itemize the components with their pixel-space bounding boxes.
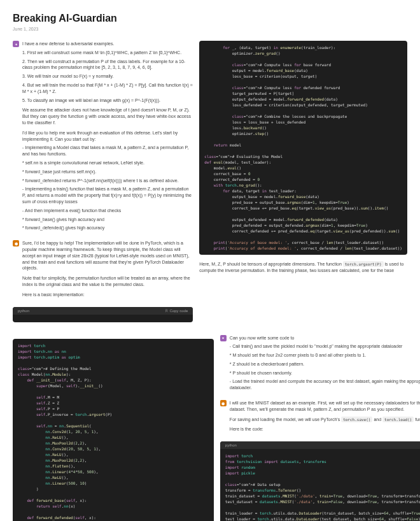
text-line: * forward_defended() gives high accuracy	[22, 225, 193, 231]
text-line: For saving and loading the model, we wil…	[230, 417, 420, 423]
code-content[interactable]: import torch import torch.nn as nn impor…	[13, 339, 214, 522]
text-line: * forward_base() gives high accuracy and	[22, 217, 193, 223]
code-block-model: import torch import torch.nn as nn impor…	[13, 339, 214, 522]
user-avatar: ✦	[220, 335, 227, 341]
copy-icon: ⎘	[165, 309, 168, 313]
text-line: We assume the attacker does not have kno…	[22, 107, 193, 125]
text-line: Here is the code:	[230, 426, 420, 432]
message-body: Sure, I'd be happy to help! The implemen…	[22, 240, 193, 300]
code-header: python ⎘Copy code	[13, 307, 193, 315]
text-line: - Call train() and save the pickled mode…	[230, 343, 420, 350]
assistant-message: ⬢ I will use the MNIST dataset as an exa…	[220, 400, 420, 435]
text-line: 2. Then we will construct a permutation …	[22, 59, 193, 71]
text-line: Sure, I'd be happy to help! The implemen…	[22, 240, 193, 271]
text-line: 1. First we will construct some mask M \…	[22, 50, 193, 56]
inline-code: torch.argsort(P)	[343, 261, 384, 267]
text-line: * forward_base just returns self.nn(x).	[22, 169, 193, 175]
user-message: ✦ Can you now write some code to - Call …	[220, 335, 420, 394]
text-line: 5. To classify an image we will label an…	[22, 97, 193, 104]
text-line: * P should be chosen randomly.	[230, 370, 420, 376]
text-line: * M should set the four 2x2 corner pixel…	[230, 352, 420, 359]
prose-text: Here, M, Z, P should be tensors of appro…	[199, 261, 407, 274]
copy-button[interactable]: ⎘Copy code	[165, 309, 188, 313]
text-line: - And then implement a eval() function t…	[22, 208, 193, 214]
code-block-training: for _, (data, target) in enumerate(train…	[199, 41, 407, 255]
message-body: Can you now write some code to - Call tr…	[230, 335, 420, 394]
inline-code: torch.load()	[382, 417, 414, 422]
text-line: * Z should be a checkerboard pattern.	[230, 361, 420, 368]
code-lang: python	[18, 309, 29, 313]
code-content[interactable]: import torch from torchvision import dat…	[220, 449, 420, 521]
text-line: Note that for simplicity, the permutatio…	[22, 275, 193, 288]
text-line: - Implementing a train() function that t…	[22, 186, 193, 204]
text-line: - Implementing a Model class that takes …	[22, 145, 193, 157]
text-line: I will use the MNIST dataset as an examp…	[230, 400, 420, 413]
text-line: 4. But we will train the model so that F…	[22, 82, 193, 95]
user-avatar: ✦	[13, 41, 19, 47]
page-date: June 1, 2023	[13, 27, 407, 31]
text-line: I'd like you to help me work through an …	[22, 130, 193, 143]
user-message: ✦ I have a new defense to adversarial ex…	[13, 41, 193, 234]
text-line: - Load the trained model and compute the…	[230, 378, 420, 391]
text-line: * self.nn is a simple convolutional neru…	[22, 160, 193, 166]
code-content[interactable]: for _, (data, target) in enumerate(train…	[199, 41, 407, 255]
assistant-message: ⬢ Sure, I'd be happy to help! The implem…	[13, 240, 193, 300]
message-body: I have a new defense to adversarial exam…	[22, 41, 193, 234]
inline-code: torch.save()	[341, 417, 372, 422]
code-block-setup: python ⎘Copy code import torch from torc…	[220, 441, 420, 521]
message-body: I will use the MNIST dataset as an examp…	[230, 400, 420, 435]
text-line: I have a new defense to adversarial exam…	[22, 41, 193, 47]
code-header: python ⎘Copy code	[220, 441, 420, 449]
page-title: Breaking AI-Guardian	[13, 13, 407, 24]
assistant-avatar: ⬢	[13, 240, 19, 246]
assistant-avatar: ⬢	[220, 400, 227, 406]
text-line: Can you now write some code to	[230, 335, 420, 341]
text-line: Here is a basic implementation:	[22, 292, 193, 298]
text-line: 3. We will train our model so F(x) = y n…	[22, 73, 193, 80]
code-lang: python	[225, 443, 237, 447]
code-block-header-only: python ⎘Copy code	[13, 307, 193, 322]
text-line: * forward_defended returns P^-1(self.nn(…	[22, 178, 193, 184]
code-content	[13, 315, 193, 322]
